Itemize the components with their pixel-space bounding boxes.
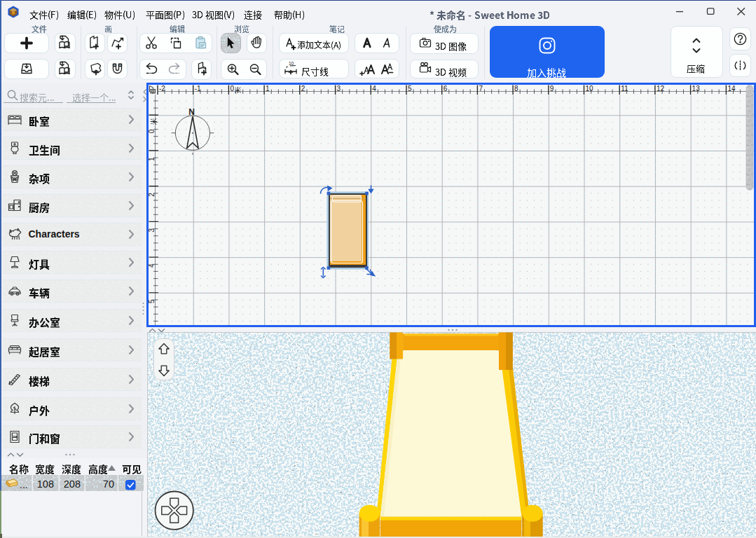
svg-text:6: 6 bbox=[444, 85, 448, 92]
svg-text:14: 14 bbox=[727, 85, 736, 92]
svg-text:5: 5 bbox=[408, 85, 412, 92]
svg-text:3: 3 bbox=[337, 85, 341, 92]
svg-text:4: 4 bbox=[148, 263, 156, 268]
svg-text:7: 7 bbox=[479, 85, 483, 92]
svg-text:11: 11 bbox=[621, 85, 628, 92]
svg-text:8: 8 bbox=[514, 85, 518, 92]
svg-text:2: 2 bbox=[148, 193, 156, 197]
svg-text:10: 10 bbox=[289, 61, 294, 66]
svg-text:13: 13 bbox=[692, 85, 701, 92]
svg-text:9: 9 bbox=[550, 85, 554, 92]
svg-text:1: 1 bbox=[148, 157, 156, 161]
svg-text:5: 5 bbox=[148, 299, 156, 303]
svg-text:0: 0 bbox=[230, 85, 234, 92]
svg-text:0: 0 bbox=[148, 129, 156, 133]
svg-text:-1: -1 bbox=[195, 85, 201, 92]
svg-text:12: 12 bbox=[657, 85, 665, 92]
svg-text:2: 2 bbox=[301, 85, 305, 92]
svg-text:4: 4 bbox=[372, 85, 376, 92]
svg-text:3: 3 bbox=[148, 228, 156, 232]
svg-text:N: N bbox=[188, 107, 195, 117]
svg-text:-2: -2 bbox=[159, 85, 165, 92]
svg-text:1: 1 bbox=[266, 85, 270, 92]
svg-text:10: 10 bbox=[586, 85, 594, 92]
